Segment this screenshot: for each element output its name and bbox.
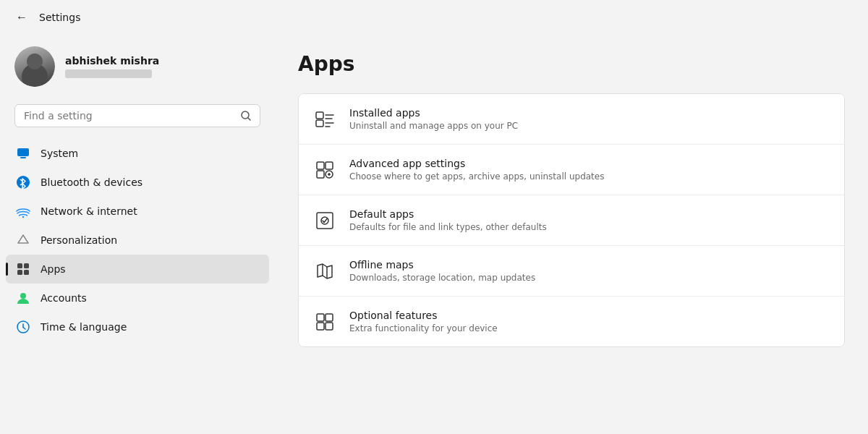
content-area: Apps Installed apps Uninstall an xyxy=(275,35,868,434)
accounts-icon xyxy=(16,291,30,305)
optional-features-text: Optional features Extra functionality fo… xyxy=(349,310,498,333)
title-bar-title: Settings xyxy=(39,12,80,23)
sidebar-item-network[interactable]: Network & internet xyxy=(6,197,269,226)
sidebar-item-system[interactable]: System xyxy=(6,139,269,168)
page-title: Apps xyxy=(298,52,845,76)
svg-rect-23 xyxy=(317,162,324,169)
svg-rect-36 xyxy=(326,323,333,330)
svg-rect-10 xyxy=(24,263,29,268)
svg-rect-35 xyxy=(317,323,324,330)
default-apps-desc: Defaults for file and link types, other … xyxy=(349,222,547,232)
user-info: abhishek mishra xyxy=(65,55,159,78)
sidebar-label-network: Network & internet xyxy=(41,205,137,217)
offline-maps-icon xyxy=(313,260,336,283)
offline-maps-desc: Downloads, storage location, map updates xyxy=(349,273,535,283)
settings-item-optional-features[interactable]: Optional features Extra functionality fo… xyxy=(299,297,844,346)
user-email-bar xyxy=(65,69,152,78)
search-icon[interactable] xyxy=(241,111,251,121)
installed-apps-text: Installed apps Uninstall and manage apps… xyxy=(349,107,518,131)
sidebar-item-apps[interactable]: Apps xyxy=(6,255,269,284)
optional-features-icon xyxy=(313,310,336,333)
sidebar-label-system: System xyxy=(41,148,78,159)
time-icon xyxy=(16,320,30,334)
installed-apps-icon xyxy=(313,108,336,131)
main-container: abhishek mishra xyxy=(0,35,868,434)
title-bar: ← Settings xyxy=(0,0,868,35)
settings-item-offline-maps[interactable]: Offline maps Downloads, storage location… xyxy=(299,246,844,297)
svg-rect-12 xyxy=(24,270,29,275)
nav-list: System Bluetooth & devices xyxy=(0,139,275,341)
svg-rect-3 xyxy=(20,157,26,158)
svg-point-7 xyxy=(22,216,24,218)
default-apps-title: Default apps xyxy=(349,208,547,220)
settings-list: Installed apps Uninstall and manage apps… xyxy=(298,93,845,347)
offline-maps-title: Offline maps xyxy=(349,259,535,271)
svg-rect-18 xyxy=(316,120,323,127)
sidebar-item-accounts[interactable]: Accounts xyxy=(6,284,269,312)
svg-rect-34 xyxy=(326,314,333,321)
sidebar-item-time[interactable]: Time & language xyxy=(6,312,269,341)
advanced-settings-icon xyxy=(313,158,336,182)
settings-item-advanced[interactable]: Advanced app settings Choose where to ge… xyxy=(299,145,844,195)
svg-point-4 xyxy=(17,176,30,189)
default-apps-text: Default apps Defaults for file and link … xyxy=(349,208,547,232)
settings-item-default-apps[interactable]: Default apps Defaults for file and link … xyxy=(299,195,844,246)
search-input[interactable] xyxy=(24,110,235,122)
svg-rect-17 xyxy=(316,112,323,119)
svg-line-16 xyxy=(23,328,25,330)
advanced-settings-text: Advanced app settings Choose where to ge… xyxy=(349,158,604,182)
optional-features-title: Optional features xyxy=(349,310,498,321)
sidebar-label-accounts: Accounts xyxy=(41,292,87,304)
sidebar-item-bluetooth[interactable]: Bluetooth & devices xyxy=(6,168,269,197)
advanced-settings-title: Advanced app settings xyxy=(349,158,604,169)
svg-rect-9 xyxy=(17,263,22,268)
bluetooth-icon xyxy=(16,175,30,190)
advanced-settings-desc: Choose where to get apps, archive apps, … xyxy=(349,171,604,182)
search-container xyxy=(0,101,275,139)
offline-maps-text: Offline maps Downloads, storage location… xyxy=(349,259,535,283)
system-icon xyxy=(16,146,30,161)
back-button[interactable]: ← xyxy=(12,7,32,27)
svg-rect-11 xyxy=(17,270,22,275)
sidebar: abhishek mishra xyxy=(0,35,275,434)
optional-features-desc: Extra functionality for your device xyxy=(349,323,498,333)
sidebar-label-apps: Apps xyxy=(41,263,66,275)
network-icon xyxy=(16,204,30,218)
svg-rect-2 xyxy=(17,148,29,156)
personalization-icon xyxy=(16,233,30,247)
apps-icon xyxy=(16,262,30,276)
sidebar-label-personalization: Personalization xyxy=(41,234,117,246)
default-apps-icon xyxy=(313,209,336,232)
user-profile: abhishek mishra xyxy=(0,35,275,101)
installed-apps-desc: Uninstall and manage apps on your PC xyxy=(349,121,518,131)
search-box xyxy=(14,104,260,127)
user-name: abhishek mishra xyxy=(65,55,159,67)
svg-rect-25 xyxy=(317,171,324,178)
svg-rect-24 xyxy=(326,162,333,169)
svg-rect-29 xyxy=(317,213,333,229)
sidebar-label-time: Time & language xyxy=(41,321,127,333)
settings-item-installed-apps[interactable]: Installed apps Uninstall and manage apps… xyxy=(299,94,844,145)
svg-line-1 xyxy=(248,118,250,120)
svg-point-13 xyxy=(20,293,26,299)
svg-rect-33 xyxy=(317,314,324,321)
sidebar-item-personalization[interactable]: Personalization xyxy=(6,226,269,255)
avatar xyxy=(14,46,55,87)
sidebar-label-bluetooth: Bluetooth & devices xyxy=(41,176,142,188)
installed-apps-title: Installed apps xyxy=(349,107,518,119)
